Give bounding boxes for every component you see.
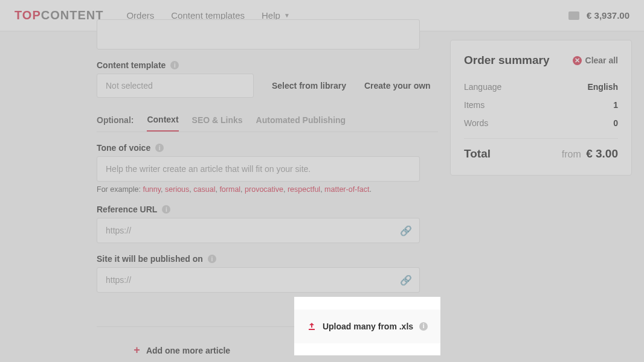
template-placeholder: Not selected	[106, 81, 153, 91]
balance: € 3,937.00	[587, 10, 630, 21]
info-icon[interactable]: i	[155, 144, 164, 152]
total-value: € 3.00	[586, 147, 618, 160]
tabs: Optional: Context SEO & Links Automated …	[97, 115, 438, 132]
example-matter-of-fact[interactable]: matter-of-fact	[324, 185, 369, 194]
example-provocative[interactable]: provocative	[245, 185, 283, 194]
summary-language: Language English	[464, 78, 618, 96]
tab-automated-publishing[interactable]: Automated Publishing	[256, 115, 346, 131]
summary-words: Words 0	[464, 114, 618, 132]
info-icon[interactable]: i	[170, 61, 179, 69]
example-prefix: For example:	[97, 185, 143, 194]
total-from: from	[562, 149, 581, 159]
add-one-more-button[interactable]: + Add one more article	[97, 327, 268, 362]
summary-language-value: English	[587, 82, 618, 92]
summary-items-value: 1	[613, 100, 618, 110]
reference-url-input[interactable]: https:// 🔗	[97, 218, 420, 243]
template-row: Not selected Select from library Create …	[97, 74, 438, 98]
link-icon: 🔗	[400, 275, 412, 286]
logo-red: TOP	[14, 8, 41, 22]
summary-total: Total from € 3.00	[464, 147, 618, 160]
create-your-own-button[interactable]: Create your own	[364, 81, 431, 91]
refurl-label-row: Reference URL i	[97, 205, 438, 214]
clear-all-button[interactable]: ✕ Clear all	[573, 56, 618, 65]
order-summary-title: Order summary	[464, 54, 550, 67]
summary-items-label: Items	[464, 100, 485, 110]
site-label-row: Site it will be published on i	[97, 254, 438, 264]
site-label: Site it will be published on	[97, 254, 203, 264]
close-icon: ✕	[573, 56, 582, 65]
summary-words-value: 0	[613, 118, 618, 128]
content-template-label-row: Content template i	[97, 60, 438, 70]
select-from-library-button[interactable]: Select from library	[272, 81, 346, 91]
order-summary-card: Order summary ✕ Clear all Language Engli…	[450, 40, 632, 176]
clear-all-label: Clear all	[585, 56, 618, 65]
tab-seo-links[interactable]: SEO & Links	[192, 115, 243, 131]
template-select[interactable]: Not selected	[97, 74, 254, 98]
logo[interactable]: TOPCONTENT	[14, 8, 103, 22]
logo-grey: CONTENT	[41, 8, 104, 22]
content-template-label: Content template	[97, 60, 166, 70]
tone-examples: For example: funny, serious, casual, for…	[97, 185, 438, 194]
tone-label: Tone of voice	[97, 143, 150, 153]
total-label: Total	[464, 147, 491, 160]
refurl-placeholder: https://	[106, 226, 131, 235]
example-respectful[interactable]: respectful	[288, 185, 320, 194]
summary-words-label: Words	[464, 118, 488, 128]
info-icon[interactable]: i	[419, 322, 428, 331]
highlight-cutout: Upload many from .xls i	[294, 297, 440, 355]
info-icon[interactable]: i	[208, 255, 216, 263]
site-placeholder: https://	[106, 275, 131, 285]
upload-xls-label: Upload many from .xls	[323, 322, 413, 331]
tone-input[interactable]: Help the writer create an article that w…	[97, 156, 420, 182]
example-funny[interactable]: funny	[143, 185, 161, 194]
wallet-icon	[568, 11, 579, 20]
refurl-label: Reference URL	[97, 205, 157, 214]
upload-xls-button[interactable]: Upload many from .xls i	[294, 310, 440, 343]
tab-context[interactable]: Context	[147, 115, 178, 132]
example-casual[interactable]: casual	[193, 185, 215, 194]
header-right: € 3,937.00	[568, 10, 630, 21]
example-serious[interactable]: serious	[165, 185, 189, 194]
upload-icon	[307, 322, 317, 331]
tabs-optional-label: Optional:	[97, 115, 134, 131]
top-select[interactable]	[97, 19, 420, 49]
chevron-down-icon: ▼	[284, 12, 290, 19]
summary-column: Order summary ✕ Clear all Language Engli…	[450, 31, 632, 362]
site-url-input[interactable]: https:// 🔗	[97, 267, 420, 293]
order-summary-head: Order summary ✕ Clear all	[464, 54, 618, 67]
tone-placeholder: Help the writer create an article that w…	[106, 164, 311, 174]
summary-items: Items 1	[464, 96, 618, 114]
link-icon: 🔗	[400, 225, 412, 237]
separator	[464, 138, 618, 139]
add-one-more-label: Add one more article	[146, 346, 230, 355]
tone-label-row: Tone of voice i	[97, 143, 438, 153]
highlight-inner: Upload many from .xls i	[294, 297, 440, 355]
total-right: from € 3.00	[562, 147, 618, 160]
example-formal[interactable]: formal	[219, 185, 240, 194]
plus-icon: +	[134, 344, 140, 357]
info-icon[interactable]: i	[162, 205, 170, 214]
summary-language-label: Language	[464, 82, 501, 92]
top-select-row	[97, 19, 438, 49]
